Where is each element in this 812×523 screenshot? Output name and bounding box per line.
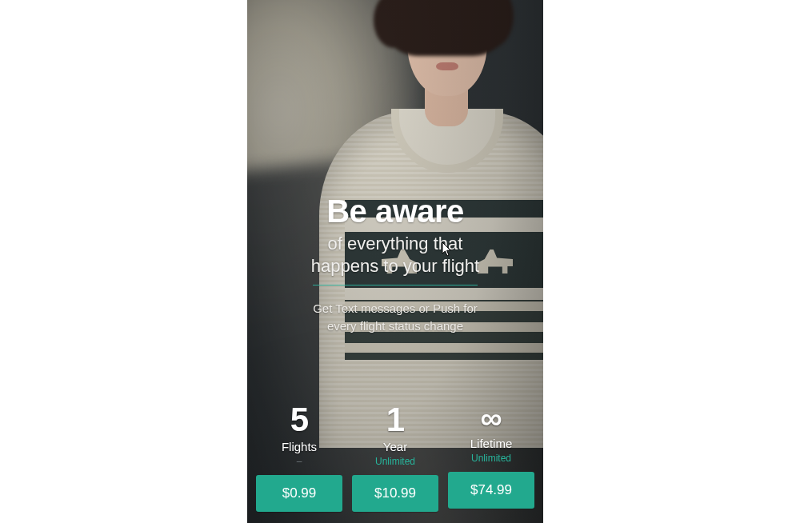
plan-unit: Flights xyxy=(282,440,317,453)
sub-headline-line-2: happens to your flight xyxy=(311,255,479,277)
plan-quantity-infinity: ∞ xyxy=(480,403,502,433)
plan-unit: Year xyxy=(383,440,407,453)
headline: Be aware xyxy=(326,194,464,228)
pricing-plans: 5 Flights – $0.99 1 Year Unlimited $10.9… xyxy=(247,403,543,512)
plan-quantity: 5 xyxy=(290,403,308,437)
divider xyxy=(313,285,478,285)
buy-button-1-year[interactable]: $10.99 xyxy=(352,475,438,512)
feature-note: Get Text messages or Push for every flig… xyxy=(313,300,478,335)
sub-headline: of everything that happens to your fligh… xyxy=(311,233,479,277)
plan-unit: Lifetime xyxy=(470,437,513,450)
plan-limit: Unlimited xyxy=(375,456,415,467)
feature-note-line-2: every flight status change xyxy=(313,317,478,335)
plan-quantity: 1 xyxy=(386,403,404,437)
plan-1-year: 1 Year Unlimited $10.99 xyxy=(351,403,439,512)
plan-lifetime: ∞ Lifetime Unlimited $74.99 xyxy=(447,403,535,512)
viewport: Be aware of everything that happens to y… xyxy=(0,0,812,523)
buy-button-lifetime[interactable]: $74.99 xyxy=(448,472,534,509)
plan-5-flights: 5 Flights – $0.99 xyxy=(255,403,343,512)
sub-headline-line-1: of everything that xyxy=(311,233,479,255)
plan-limit: Unlimited xyxy=(471,453,511,464)
content: Be aware of everything that happens to y… xyxy=(247,0,543,523)
buy-button-5-flights[interactable]: $0.99 xyxy=(256,475,342,512)
feature-note-line-1: Get Text messages or Push for xyxy=(313,300,478,317)
app-screen: Be aware of everything that happens to y… xyxy=(247,0,543,523)
plan-limit: – xyxy=(297,456,302,467)
